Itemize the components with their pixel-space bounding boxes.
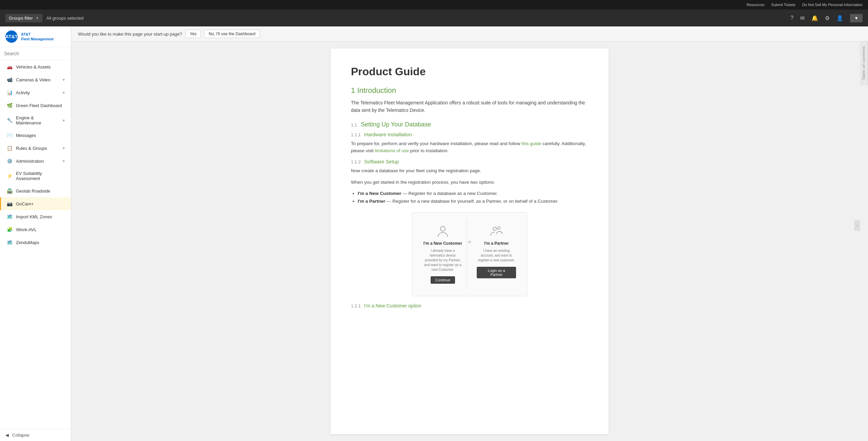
partner-card: I'm a Partner I have an existing account…	[473, 219, 520, 284]
sidebar-search-area[interactable]	[0, 47, 71, 60]
user-icon[interactable]: 👤	[836, 15, 843, 21]
sidebar-item-vehicles[interactable]: 🚗Vehicles & Assets	[0, 60, 71, 73]
sidebar-item-geotab-roadside[interactable]: 🛣️Geotab Roadside	[0, 184, 71, 197]
groups-filter-label: Groups filter	[9, 16, 33, 21]
partner-icon	[490, 225, 503, 238]
partner-title: I'm a Partner	[484, 241, 509, 246]
new-customer-desc: I already have a telematics device provi…	[423, 248, 462, 272]
sidebar-item-label-ev: EV Suitability Assessment	[16, 171, 65, 181]
section-1-2-1-title: I'm a New Customer option	[364, 303, 421, 308]
customer-partner-cards: I'm a New Customer I already have a tele…	[412, 212, 527, 296]
activity-expand-icon: ▼	[62, 91, 65, 95]
bell-icon[interactable]: 🔔	[811, 15, 818, 21]
section-1-1-number: 1.1	[351, 122, 357, 127]
doc-panel: Product Guide 1 Introduction The Telemat…	[331, 48, 609, 434]
sidebar: AT&T AT&T Fleet Management 🚗Vehicles & A…	[0, 26, 71, 441]
startup-question: Would you like to make this page your st…	[78, 32, 182, 37]
sidebar-item-label-geotab-roadside: Geotab Roadside	[16, 188, 65, 194]
section-1-1-1-number: 1.1.1	[351, 132, 361, 137]
cameras-expand-icon: ▼	[62, 78, 65, 82]
main-layout: AT&T AT&T Fleet Management 🚗Vehicles & A…	[0, 26, 868, 441]
continue-button[interactable]: Continue	[431, 276, 455, 284]
second-bar: Groups filter ▼ All groups selected ? ✉ …	[0, 9, 868, 26]
doc-container: Product Guide 1 Introduction The Telemat…	[71, 42, 868, 441]
section-1-1-2-para2: When you get started in the registration…	[351, 179, 588, 186]
green-fleet-nav-icon: 🌿	[6, 102, 13, 108]
or-divider: or	[467, 240, 473, 244]
sidebar-item-import-kml[interactable]: 🗺️Import KML Zones	[0, 210, 71, 223]
sidebar-item-iwork[interactable]: 🧩iWork-AVL	[0, 223, 71, 236]
sidebar-item-label-zendumaps: ZenduMaps	[16, 240, 65, 245]
section-1-1-2-number: 1.1.2	[351, 159, 361, 164]
sidebar-brand-text: AT&T Fleet Management	[21, 32, 54, 42]
sidebar-item-messages[interactable]: ✉️Messages	[0, 129, 71, 142]
sidebar-item-gocam[interactable]: 📷GoCam+	[0, 197, 71, 210]
doc-title: Product Guide	[351, 65, 588, 78]
section-1-title: Introduction	[357, 86, 396, 95]
login-partner-button[interactable]: Login as a Partner	[477, 267, 516, 278]
sidebar-item-green-fleet[interactable]: 🌿Green Fleet Dashboard	[0, 99, 71, 112]
resources-link[interactable]: Resources	[747, 3, 765, 7]
collapse-button[interactable]: ◀ Collapse	[0, 429, 71, 441]
sidebar-item-label-gocam: GoCam+	[16, 201, 65, 206]
section-1-2-1-heading: 1.2.1 I'm a New Customer option	[351, 303, 588, 308]
sidebar-item-label-activity: Activity	[16, 90, 59, 95]
sidebar-item-label-engine: Engine & Maintenance	[16, 115, 59, 125]
zendumaps-nav-icon: 🗺️	[6, 239, 13, 245]
gocam-nav-icon: 📷	[6, 201, 13, 207]
att-logo: AT&T	[5, 31, 18, 43]
sidebar-item-label-administration: Administration	[16, 159, 59, 164]
messages-nav-icon: ✉️	[6, 132, 13, 138]
section-1-1-2-heading: 1.1.2 Software Setup	[351, 159, 588, 164]
sidebar-item-label-rules: Rules & Groups	[16, 146, 59, 151]
section-1-1-title: Setting Up Your Database	[361, 121, 431, 128]
search-input[interactable]	[4, 51, 67, 56]
section-1-2-1: 1.2.1 I'm a New Customer option	[351, 303, 588, 308]
sidebar-item-zendumaps[interactable]: 🗺️ZenduMaps	[0, 236, 71, 249]
mail-icon[interactable]: ✉	[800, 15, 805, 21]
sidebar-item-rules[interactable]: 📋Rules & Groups▼	[0, 142, 71, 155]
this-guide-link[interactable]: this guide	[522, 141, 541, 146]
sidebar-item-ev[interactable]: ⚡EV Suitability Assessment	[0, 167, 71, 184]
svg-point-0	[440, 226, 445, 231]
top-nav-right: Resources Submit Tickets Do Not Sell My …	[747, 3, 863, 7]
rules-nav-icon: 📋	[6, 145, 13, 151]
section-1-1-2-para1: Now create a database for your fleet usi…	[351, 167, 588, 175]
section-1-1-1-title: Hardware Installation	[364, 132, 412, 137]
sidebar-item-label-import-kml: Import KML Zones	[16, 214, 65, 219]
section-1-heading: 1 Introduction	[351, 86, 588, 95]
section-1: 1 Introduction The Telematics Fleet Mana…	[351, 86, 588, 114]
sidebar-item-activity[interactable]: 📊Activity▼	[0, 86, 71, 99]
svg-point-1	[493, 227, 496, 230]
sidebar-item-label-cameras: Cameras & Video	[16, 77, 59, 82]
second-bar-right: ? ✉ 🔔 ⚙ 👤 ▼	[790, 14, 863, 22]
sidebar-item-administration[interactable]: ⚙️Administration▼	[0, 155, 71, 167]
svg-point-2	[497, 227, 500, 229]
sidebar-item-label-iwork: iWork-AVL	[16, 227, 65, 232]
sidebar-item-cameras[interactable]: 📹Cameras & Video▼	[0, 73, 71, 86]
startup-bar: Would you like to make this page your st…	[71, 26, 868, 42]
sidebar-header: AT&T AT&T Fleet Management	[0, 26, 71, 47]
sidebar-item-label-vehicles: Vehicles & Assets	[16, 64, 65, 69]
geotab-roadside-nav-icon: 🛣️	[6, 188, 13, 194]
groups-filter-button[interactable]: Groups filter ▼	[5, 14, 42, 22]
help-icon[interactable]: ?	[790, 15, 793, 21]
table-of-contents-sidebar[interactable]: Table of contents	[860, 42, 868, 85]
section-1-number: 1	[351, 86, 355, 95]
section-1-1-heading: 1.1 Setting Up Your Database	[351, 121, 588, 128]
rules-expand-icon: ▼	[62, 146, 65, 150]
do-not-sell-link[interactable]: Do Not Sell My Personal Information	[802, 3, 863, 7]
options-list: I'm a New Customer — Register for a data…	[358, 190, 588, 205]
submit-tickets-link[interactable]: Submit Tickets	[771, 3, 796, 7]
panel-toggle-button[interactable]: ‹	[854, 221, 860, 231]
ev-nav-icon: ⚡	[6, 173, 13, 179]
sidebar-item-engine[interactable]: 🔧Engine & Maintenance▼	[0, 112, 71, 129]
limitations-link[interactable]: limitations of use	[375, 148, 409, 153]
yes-button[interactable]: Yes	[185, 30, 201, 38]
activity-nav-icon: 📊	[6, 89, 13, 96]
settings-icon[interactable]: ⚙	[825, 15, 830, 21]
collapse-label: Collapse	[12, 433, 29, 438]
administration-nav-icon: ⚙️	[6, 158, 13, 164]
user-account-button[interactable]: ▼	[850, 14, 863, 22]
no-dashboard-button[interactable]: No, I'll use the Dashboard	[204, 30, 260, 38]
